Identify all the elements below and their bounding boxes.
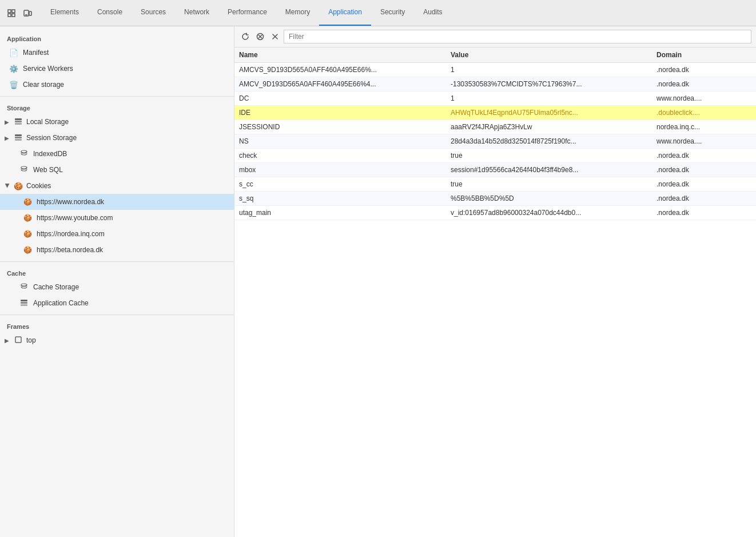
divider-2 xyxy=(0,261,234,262)
table-row[interactable]: AMCVS_9D193D565A0AFF460A495E66%...1.nord… xyxy=(234,63,756,77)
cookie-value-cell: aaaRV2f4JRApja6Z3HvLw xyxy=(446,120,652,134)
service-workers-icon: ⚙️ xyxy=(9,65,18,73)
sidebar-item-nordea-dk[interactable]: 🍪 https://www.nordea.dk xyxy=(0,194,234,210)
cookie-value-cell: %5B%5BB%5D%5D xyxy=(446,192,652,206)
cookie-value-cell: 1 xyxy=(446,63,652,77)
svg-rect-11 xyxy=(15,137,22,138)
tab-performance[interactable]: Performance xyxy=(218,0,276,26)
tab-security[interactable]: Security xyxy=(371,0,414,26)
cookie-domain-cell: .nordea.dk xyxy=(652,63,756,77)
cookie-name-cell: IDE xyxy=(234,106,446,120)
close-filter-button[interactable] xyxy=(269,30,281,43)
table-row[interactable]: IDEAHWqTUkLf4EqpndAU75FUima05rl5nc....do… xyxy=(234,106,756,120)
svg-rect-5 xyxy=(29,11,31,15)
table-row[interactable]: s_cctrue.nordea.dk xyxy=(234,177,756,192)
cookie-domain-cell: .nordea.dk xyxy=(652,206,756,220)
tab-audits[interactable]: Audits xyxy=(414,0,451,26)
cookie-name-cell: DC xyxy=(234,92,446,106)
sidebar-item-app-cache[interactable]: Application Cache xyxy=(0,295,234,311)
column-header-name: Name xyxy=(234,47,446,63)
sidebar-item-frames-top[interactable]: ▶ top xyxy=(0,332,234,348)
tab-sources[interactable]: Sources xyxy=(132,0,175,26)
device-toolbar-button[interactable] xyxy=(21,6,34,20)
expand-local-storage-icon: ▶ xyxy=(5,119,10,125)
filter-bar xyxy=(234,26,756,47)
cookie-name-cell: mbox xyxy=(234,163,446,177)
table-row[interactable]: AMCV_9D193D565A0AFF460A495E66%4...-13035… xyxy=(234,77,756,92)
tab-network[interactable]: Network xyxy=(175,0,218,26)
sidebar-item-local-storage[interactable]: ▶ Local Storage xyxy=(0,114,234,130)
expand-session-storage-icon: ▶ xyxy=(5,135,10,141)
sidebar-item-web-sql[interactable]: Web SQL xyxy=(0,162,234,178)
sidebar-item-cookies-group[interactable]: ▶ 🍪 Cookies xyxy=(0,178,234,194)
table-row[interactable]: utag_mainv_id:016957ad8b96000324a070dc44… xyxy=(234,206,756,220)
cookie-name-cell: AMCV_9D193D565A0AFF460A495E66%4... xyxy=(234,77,446,92)
tab-application[interactable]: Application xyxy=(319,0,371,26)
tab-memory[interactable]: Memory xyxy=(276,0,319,26)
sidebar-item-indexeddb[interactable]: IndexedDB xyxy=(0,146,234,162)
cookie-site-icon-0: 🍪 xyxy=(23,198,32,206)
column-header-value: Value xyxy=(446,47,652,63)
toolbar-icons xyxy=(5,6,34,20)
cookies-table: Name Value Domain AMCVS_9D193D565A0AFF46… xyxy=(234,47,756,537)
main-nav-tabs: Elements Console Sources Network Perform… xyxy=(41,0,452,26)
sidebar-item-session-storage[interactable]: ▶ Session Storage xyxy=(0,130,234,146)
table-row[interactable]: mboxsession#1d95566ca4264f40b4f3ff4b9e8.… xyxy=(234,163,756,177)
table-row[interactable]: checktrue.nordea.dk xyxy=(234,149,756,163)
cookie-domain-cell: .nordea.dk xyxy=(652,149,756,163)
svg-rect-9 xyxy=(15,123,22,125)
filter-input[interactable] xyxy=(284,30,751,43)
local-storage-db-icon xyxy=(14,117,23,127)
divider-1 xyxy=(0,96,234,97)
cache-section-title: Cache xyxy=(0,265,234,279)
svg-rect-18 xyxy=(21,304,27,306)
cookie-site-icon-3: 🍪 xyxy=(23,246,32,254)
svg-rect-8 xyxy=(15,121,22,122)
tab-elements[interactable]: Elements xyxy=(41,0,88,26)
cookie-name-cell: utag_main xyxy=(234,206,446,220)
frame-icon xyxy=(14,336,23,345)
content-area: Name Value Domain AMCVS_9D193D565A0AFF46… xyxy=(234,26,756,537)
indexeddb-icon xyxy=(19,149,29,159)
table-row[interactable]: NS28d4a3da14b52d8d325014f8725f190fc...ww… xyxy=(234,134,756,149)
cache-storage-icon xyxy=(19,283,29,292)
sidebar-item-cache-storage[interactable]: Cache Storage xyxy=(0,279,234,295)
sidebar-item-service-workers[interactable]: ⚙️ Service Workers xyxy=(0,61,234,77)
tab-console[interactable]: Console xyxy=(88,0,132,26)
cookie-name-cell: JSESSIONID xyxy=(234,120,446,134)
table-row[interactable]: JSESSIONIDaaaRV2f4JRApja6Z3HvLwnordea.in… xyxy=(234,120,756,134)
cookie-value-cell: 1 xyxy=(446,92,652,106)
svg-point-14 xyxy=(21,166,27,169)
cookie-name-cell: s_sq xyxy=(234,192,446,206)
web-sql-icon xyxy=(19,165,29,175)
cookie-domain-cell: .nordea.dk xyxy=(652,163,756,177)
refresh-button[interactable] xyxy=(239,30,252,43)
cookie-value-cell: session#1d95566ca4264f40b4f3ff4b9e8... xyxy=(446,163,652,177)
svg-point-13 xyxy=(21,150,27,153)
svg-rect-1 xyxy=(12,10,15,13)
cookie-name-cell: s_cc xyxy=(234,177,446,192)
cookie-name-cell: NS xyxy=(234,134,446,149)
sidebar-item-nordea-inq[interactable]: 🍪 https://nordea.inq.com xyxy=(0,226,234,242)
svg-rect-2 xyxy=(8,14,11,17)
sidebar-item-manifest[interactable]: 📄 Manifest xyxy=(0,45,234,61)
session-storage-db-icon xyxy=(14,133,23,143)
inspect-element-button[interactable] xyxy=(5,6,18,20)
app-cache-icon xyxy=(19,299,29,308)
cookie-value-cell: v_id:016957ad8b96000324a070dc44db0... xyxy=(446,206,652,220)
cookie-value-cell: -1303530583%7CMCIDTS%7C17963%7... xyxy=(446,77,652,92)
cookie-domain-cell: .doubleclick.... xyxy=(652,106,756,120)
column-header-domain: Domain xyxy=(652,47,756,63)
sidebar: Application 📄 Manifest ⚙️ Service Worker… xyxy=(0,26,234,537)
svg-rect-10 xyxy=(15,134,22,136)
sidebar-item-clear-storage[interactable]: 🗑️ Clear storage xyxy=(0,77,234,93)
cookie-value-cell: AHWqTUkLf4EqpndAU75FUima05rl5nc... xyxy=(446,106,652,120)
table-row[interactable]: DC1www.nordea.... xyxy=(234,92,756,106)
top-bar: Elements Console Sources Network Perform… xyxy=(0,0,756,26)
sidebar-item-beta-nordea[interactable]: 🍪 https://beta.nordea.dk xyxy=(0,242,234,258)
svg-rect-19 xyxy=(15,337,21,343)
sidebar-item-youtube[interactable]: 🍪 https://www.youtube.com xyxy=(0,210,234,226)
table-row[interactable]: s_sq%5B%5BB%5D%5D.nordea.dk xyxy=(234,192,756,206)
clear-button[interactable] xyxy=(254,30,266,43)
frames-section-title: Frames xyxy=(0,319,234,332)
